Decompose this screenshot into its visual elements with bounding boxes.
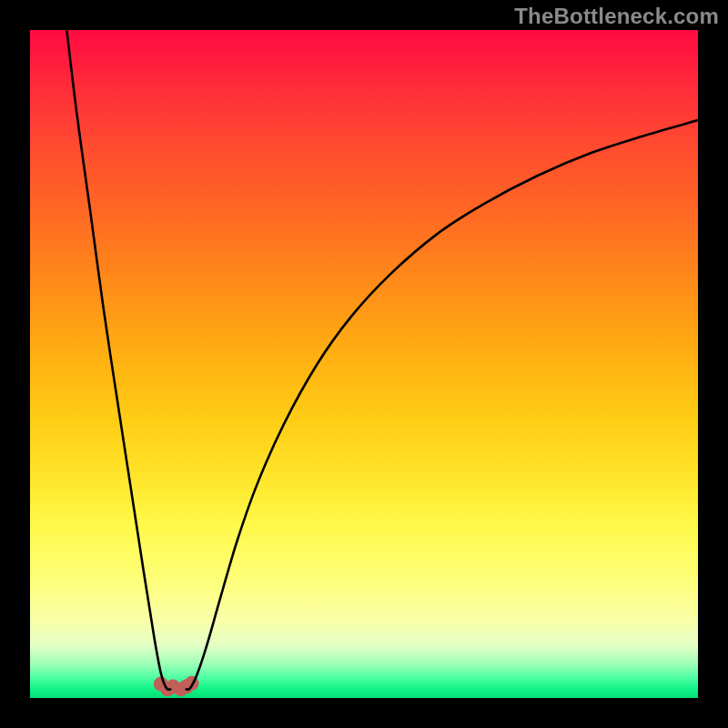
chart-plot-area [30,30,698,698]
watermark-text: TheBottleneck.com [514,4,719,29]
chart-container: TheBottleneck.com [0,0,728,728]
chart-series-left-branch [66,30,170,690]
chart-series-right-branch [187,120,698,690]
chart-curve-layer [66,30,698,690]
chart-svg [30,30,698,698]
